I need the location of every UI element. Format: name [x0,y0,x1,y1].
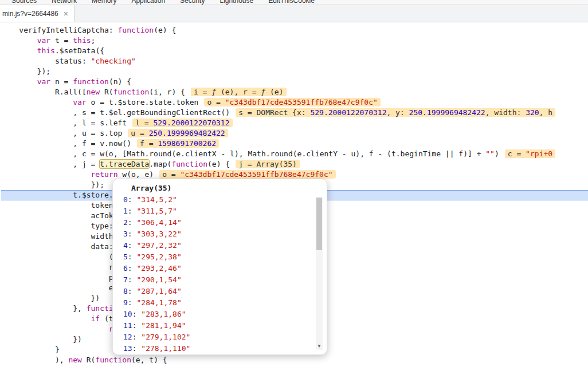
code-token [1,98,73,106]
file-tab-bar: min.js?v=2664486 × [0,5,588,22]
panel-tab-sources[interactable]: Sources [11,0,37,5]
code-token: function [113,88,150,96]
array-entry-value: "279,1,102" [141,333,190,341]
inline-eval-value: c = "rpi+0 [505,149,555,158]
code-token: u = [131,129,148,137]
scroll-down-icon[interactable]: ▼ [316,342,323,350]
panel-tab-lighthouse[interactable]: Lighthouse [219,0,253,5]
code-token: function [118,26,154,34]
array-entry-value: "287,1,64" [136,287,181,295]
array-entry: 0: "314,5,2" [113,194,327,206]
code-line[interactable]: ), new R(function(e, t) { [1,355,588,365]
code-token: , s = t.$el.getBoundingClientRect() [1,108,230,117]
array-entry-value: "290,1,54" [136,275,181,284]
code-token: , j = [1,160,100,168]
code-token [1,170,91,179]
code-token: i = [194,88,211,96]
code-token: verifyIntelliCaptcha: [1,26,118,34]
code-token: , y: [386,108,409,117]
code-token: "checking" [91,57,136,65]
code-token: type: [1,222,118,230]
code-line[interactable]: , c = w(o, [Math.round(e.clientX - l), M… [1,149,588,159]
array-entry: 4: "297,2,32" [113,240,327,251]
code-token: c = [508,149,526,158]
object-popover: Array(35) 0: "314,5,2"1: "311,5,7"2: "30… [112,179,327,355]
devtools-panel-tab-strip: SourcesNetworkMemoryApplicationSecurityL… [0,0,588,5]
hovered-token[interactable]: t.traceData [100,160,149,168]
code-token: t = [50,36,73,45]
array-entry-index: 7 [123,275,128,284]
code-token: , width: [485,108,526,117]
popover-entries: 0: "314,5,2"1: "311,5,7"2: "306,4,14"3: … [113,194,327,354]
array-entry-value: "303,3,22" [136,230,181,238]
inline-eval-value: i = ƒ (e), r = ƒ (e) [191,88,287,96]
code-token: function [95,356,131,364]
code-token [1,36,37,45]
inline-eval-value: u = 250.1999969482422 [128,129,228,137]
code-token [1,46,37,55]
panel-tab-security[interactable]: Security [180,0,205,5]
code-line[interactable]: , f = v.now()f = 1598691700262 [1,139,588,149]
code-token: var [37,77,50,86]
code-token [1,314,91,323]
array-entry-index: 3 [123,230,128,238]
array-entry-separator: : [128,275,137,284]
code-line[interactable]: R.all([new R(function(i, r) {i = ƒ (e), … [1,87,588,97]
code-line[interactable]: , l = s.leftl = 529.2000122070312 [1,118,588,128]
panel-tab-memory[interactable]: Memory [92,0,116,5]
code-token: , u = s.top [1,129,122,137]
code-line[interactable]: , j = t.traceData.map(function(e) {j = A… [1,159,588,169]
code-line[interactable]: , s = t.$el.getBoundingClientRect()s = D… [1,108,588,118]
code-token: "" [485,149,495,158]
code-line[interactable]: }); [1,66,588,77]
code-line[interactable]: status: "checking" [1,56,588,66]
code-line[interactable]: var o = t.$store.state.tokeno = "c343dbf… [1,97,588,108]
scrollbar-thumb[interactable] [316,198,322,250]
array-entry: 10: "283,1,86" [113,309,327,320]
panel-tab-editthiscookie[interactable]: EditThisCookie [268,0,315,5]
array-entry-separator: : [128,298,137,307]
popover-scrollbar[interactable]: ▼ [316,198,323,350]
code-token: new [68,356,81,364]
code-line[interactable]: verifyIntelliCaptcha: function(e) { [1,25,588,35]
code-line[interactable]: var n = function(n) { [1,77,588,87]
panel-tab-network[interactable]: Network [52,0,77,5]
file-tab-title: min.js?v=2664486 [2,10,58,18]
code-token: if [91,314,100,323]
code-token: 529.2000122070312 [310,108,386,117]
array-entry-separator: : [128,287,137,295]
code-token: 250.1999969482422 [409,108,485,117]
code-token: function [171,160,207,168]
code-token: (e) { [207,160,230,168]
code-line[interactable]: var t = this; [1,35,588,46]
file-tab[interactable]: min.js?v=2664486 × [0,5,75,22]
close-icon[interactable]: × [64,10,68,18]
array-entry: 5: "295,2,38" [113,251,327,263]
array-entry-index: 11 [123,321,132,330]
code-token: }); [1,180,104,189]
code-line[interactable]: , u = s.topu = 250.1999969482422 [1,128,588,139]
array-entry-index: 2 [123,218,128,227]
code-token: f = [140,139,158,148]
array-entry-value: "295,2,38" [136,252,181,261]
code-token: o = t.$store.state.token [87,98,199,106]
code-token: (e, t) { [131,356,167,364]
array-entry-index: 9 [123,298,128,307]
popover-title: Array(35) [113,179,327,194]
array-entry: 6: "293,2,46" [113,263,327,274]
code-line[interactable]: this.$setData({ [1,46,588,56]
array-entry-value: "281,1,94" [141,321,186,330]
code-token: n = [50,77,73,86]
code-token: }) [1,335,82,344]
code-token: return [91,170,118,179]
panel-tab-application[interactable]: Application [131,0,165,5]
array-entry: 9: "284,1,78" [113,297,327,309]
array-entry-index: 4 [123,241,128,250]
array-entry-value: "306,4,14" [136,218,181,227]
code-token: 1598691700262 [158,139,216,148]
code-token [1,325,109,333]
code-token: function [73,77,109,86]
array-entry: 3: "303,3,22" [113,228,327,240]
array-entry: 8: "287,1,64" [113,286,327,297]
code-token: new [87,88,100,96]
